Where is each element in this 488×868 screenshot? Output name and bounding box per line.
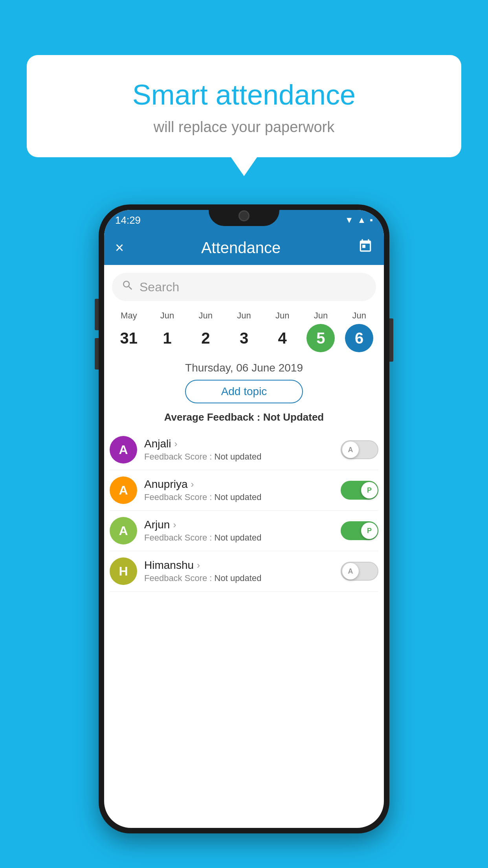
student-name: Anjali ›	[144, 438, 334, 450]
calendar-day-6[interactable]: Jun6	[340, 311, 378, 352]
speech-bubble-container: Smart attendance will replace your paper…	[27, 55, 461, 157]
avatar: A	[110, 517, 137, 544]
attendance-toggle[interactable]: P	[341, 521, 378, 540]
feedback-value: Not updated	[215, 533, 262, 542]
student-feedback: Feedback Score : Not updated	[144, 533, 334, 543]
close-button[interactable]: ×	[115, 239, 124, 256]
cal-date-number[interactable]: 6	[345, 324, 373, 352]
feedback-value: Not updated	[215, 573, 262, 583]
avg-feedback-value: Not Updated	[263, 411, 324, 423]
calendar-row: May31Jun1Jun2Jun3Jun4Jun5Jun6	[104, 301, 384, 352]
toggle-knob: P	[361, 482, 378, 498]
avatar: A	[110, 436, 137, 463]
calendar-day-0[interactable]: May31	[110, 311, 148, 352]
search-bar[interactable]: Search	[112, 273, 376, 301]
cal-date-number[interactable]: 1	[153, 324, 182, 352]
bubble-title: Smart attendance	[46, 79, 442, 111]
student-info: Anupriya ›Feedback Score : Not updated	[144, 478, 334, 502]
status-time: 14:29	[115, 214, 141, 226]
chevron-icon: ›	[197, 560, 200, 571]
student-name: Anupriya ›	[144, 478, 334, 491]
calendar-day-2[interactable]: Jun2	[186, 311, 225, 352]
calendar-icon[interactable]	[358, 239, 373, 257]
student-row[interactable]: HHimanshu ›Feedback Score : Not updatedA	[110, 551, 378, 592]
phone-notch	[209, 204, 279, 226]
toggle-knob: P	[361, 522, 378, 539]
student-row[interactable]: AArjun ›Feedback Score : Not updatedP	[110, 511, 378, 551]
student-info: Anjali ›Feedback Score : Not updated	[144, 438, 334, 462]
app-bar: × Attendance	[104, 230, 384, 265]
attendance-toggle[interactable]: P	[341, 481, 378, 500]
cal-date-number[interactable]: 3	[230, 324, 258, 352]
bubble-subtitle: will replace your paperwork	[46, 119, 442, 136]
chevron-icon: ›	[191, 479, 194, 490]
student-info: Himanshu ›Feedback Score : Not updated	[144, 559, 334, 583]
calendar-day-1[interactable]: Jun1	[148, 311, 187, 352]
cal-month-label: Jun	[263, 311, 302, 321]
cal-month-label: Jun	[302, 311, 340, 321]
student-list: AAnjali ›Feedback Score : Not updatedAAA…	[104, 430, 384, 592]
calendar-day-3[interactable]: Jun3	[225, 311, 263, 352]
cal-month-label: Jun	[148, 311, 187, 321]
vol-down-button	[95, 338, 99, 370]
cal-date-number[interactable]: 2	[191, 324, 220, 352]
wifi-icon: ▼	[345, 215, 354, 225]
battery-icon: ▪	[370, 215, 373, 225]
toggle-knob: A	[342, 563, 359, 579]
attendance-toggle[interactable]: A	[341, 440, 378, 459]
status-icons: ▼ ▲ ▪	[345, 215, 373, 225]
avg-feedback-label: Average Feedback :	[164, 411, 261, 423]
attendance-toggle[interactable]: A	[341, 562, 378, 581]
phone-camera	[238, 210, 250, 221]
speech-bubble: Smart attendance will replace your paper…	[27, 55, 461, 157]
phone-outer: 14:29 ▼ ▲ ▪ × Attendance	[99, 204, 389, 833]
cal-month-label: Jun	[340, 311, 378, 321]
student-name: Himanshu ›	[144, 559, 334, 572]
cal-date-number[interactable]: 4	[268, 324, 297, 352]
student-feedback: Feedback Score : Not updated	[144, 573, 334, 583]
toggle-knob: A	[342, 441, 359, 458]
calendar-day-4[interactable]: Jun4	[263, 311, 302, 352]
feedback-value: Not updated	[215, 452, 262, 462]
phone-screen: 14:29 ▼ ▲ ▪ × Attendance	[104, 210, 384, 828]
student-feedback: Feedback Score : Not updated	[144, 452, 334, 462]
avatar: H	[110, 557, 137, 585]
chevron-icon: ›	[174, 438, 177, 449]
cal-month-label: Jun	[186, 311, 225, 321]
student-row[interactable]: AAnjali ›Feedback Score : Not updatedA	[110, 430, 378, 470]
search-input[interactable]: Search	[139, 280, 179, 294]
student-name: Arjun ›	[144, 519, 334, 531]
calendar-day-5[interactable]: Jun5	[302, 311, 340, 352]
power-button	[389, 318, 393, 362]
search-icon	[121, 279, 134, 295]
student-info: Arjun ›Feedback Score : Not updated	[144, 519, 334, 543]
add-topic-button[interactable]: Add topic	[185, 380, 303, 403]
avg-feedback: Average Feedback : Not Updated	[104, 411, 384, 423]
cal-month-label: May	[110, 311, 148, 321]
vol-up-button	[95, 299, 99, 330]
app-bar-title: Attendance	[201, 239, 281, 257]
student-feedback: Feedback Score : Not updated	[144, 492, 334, 502]
cal-date-number[interactable]: 31	[115, 324, 143, 352]
avatar: A	[110, 476, 137, 504]
feedback-value: Not updated	[215, 492, 262, 502]
cal-date-number[interactable]: 5	[306, 324, 335, 352]
chevron-icon: ›	[173, 519, 176, 530]
phone: 14:29 ▼ ▲ ▪ × Attendance	[99, 204, 389, 833]
cal-month-label: Jun	[225, 311, 263, 321]
selected-date: Thursday, 06 June 2019	[104, 352, 384, 380]
signal-icon: ▲	[357, 215, 366, 225]
student-row[interactable]: AAnupriya ›Feedback Score : Not updatedP	[110, 470, 378, 511]
